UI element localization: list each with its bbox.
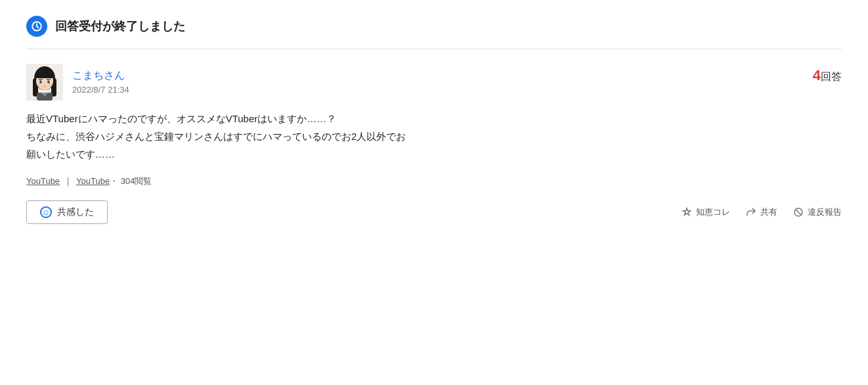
post-header-left: こまちさん 2022/8/7 21:34 (26, 64, 129, 101)
tag-link-2[interactable]: YouTube (76, 175, 110, 189)
post-actions: ☺ 共感した 知恵コレ (26, 200, 842, 224)
svg-point-16 (49, 84, 53, 86)
sympathy-button[interactable]: ☺ 共感した (26, 200, 108, 224)
page-container: 回答受付が終了しました (0, 0, 868, 385)
username-link[interactable]: こまちさん (72, 67, 129, 84)
view-count: ・ 304閲覧 (110, 175, 152, 189)
report-label: 違反報告 (808, 206, 842, 218)
clock-icon (26, 16, 47, 37)
post-line3: 願いしたいです…… (26, 148, 115, 160)
tag-link-1[interactable]: YouTube (26, 175, 60, 189)
svg-point-14 (44, 83, 45, 85)
post-line2: ちなみに、渋谷ハジメさんと宝鐘マリンさんはすでにハマっているのでお2人以外でお (26, 131, 406, 142)
svg-point-15 (37, 84, 41, 86)
chie-kore-button[interactable]: 知恵コレ (682, 206, 730, 218)
post-line1: 最近VTuberにハマったのですが、オススメなVTuberはいますか……？ (26, 113, 336, 124)
avatar (26, 64, 63, 101)
svg-point-11 (47, 80, 50, 83)
svg-line-19 (796, 209, 802, 215)
star-icon (682, 207, 692, 217)
status-text: 回答受付が終了しました (55, 17, 185, 36)
tag-separator: ｜ (64, 175, 72, 189)
answer-count: 4回答 (813, 64, 842, 87)
status-bar: 回答受付が終了しました (26, 16, 842, 49)
action-buttons: 知恵コレ 共有 (682, 206, 842, 218)
post-header: こまちさん 2022/8/7 21:34 4回答 (26, 64, 842, 101)
svg-point-13 (49, 81, 49, 81)
post-date: 2022/8/7 21:34 (72, 83, 129, 97)
svg-rect-7 (36, 73, 53, 78)
svg-point-12 (41, 81, 41, 81)
ban-icon (793, 207, 804, 217)
sympathy-label: 共感した (57, 206, 94, 218)
share-icon (746, 207, 756, 217)
answer-count-number: 4 (813, 67, 821, 83)
chie-kore-label: 知恵コレ (696, 206, 730, 218)
report-button[interactable]: 違反報告 (793, 206, 842, 218)
answer-count-label: 回答 (821, 71, 842, 82)
smile-icon: ☺ (40, 206, 52, 218)
user-info: こまちさん 2022/8/7 21:34 (72, 67, 129, 97)
post-tags: YouTube ｜ YouTube ・ 304閲覧 (26, 175, 842, 189)
share-button[interactable]: 共有 (746, 206, 777, 218)
share-label: 共有 (760, 206, 777, 218)
post-body: 最近VTuberにハマったのですが、オススメなVTuberはいますか……？ ちな… (26, 110, 842, 163)
svg-point-10 (39, 80, 42, 83)
